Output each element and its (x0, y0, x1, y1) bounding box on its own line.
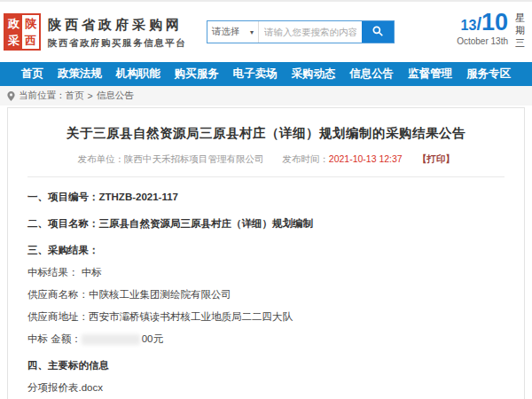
nav-item-4[interactable]: 购买服务 (175, 66, 219, 82)
main-nav: 首页政策法规机构职能购买服务电子卖场采购动态信息公告监督管理服务专区 (0, 62, 532, 86)
chevron-down-icon: ▾ (250, 28, 254, 36)
search-bar: 请选择 ▾ (207, 20, 395, 43)
publish-time: 2021-10-13 12:37 (329, 153, 403, 164)
search-category-label: 请选择 (212, 26, 240, 38)
logo-char: 政 (5, 15, 22, 32)
weekday-char: 三 (515, 36, 525, 49)
breadcrumb-section-link[interactable]: 信息公告 (97, 90, 134, 102)
logo-char: 采 (5, 32, 22, 49)
nav-item-7[interactable]: 信息公告 (349, 66, 394, 82)
site-header: 政 陕 采 西 陕西省政府采购网 陕西省政府购买服务信息平台 请选择 ▾ 13/… (0, 2, 532, 62)
location-pin-icon (7, 91, 15, 101)
search-icon (372, 25, 384, 40)
content-panel: 关于三原县自然资源局三原县村庄（详细）规划编制的采购结果公告 发布单位：陕西中天… (7, 107, 525, 399)
nav-item-3[interactable]: 机构职能 (116, 66, 160, 82)
site-identity: 陕西省政府采购网 陕西省政府购买服务信息平台 (48, 17, 186, 50)
publisher-name: 陕西中天禾招标项目管理有限公司 (124, 153, 264, 164)
amount-suffix: 00元 (142, 333, 163, 344)
breadcrumb-home-link[interactable]: 首页 (66, 90, 84, 102)
detail-line: 供应商名称：中陕核工业集团测绘院有限公司 (27, 287, 505, 301)
breadcrumb: 当前位置： 首页 > 信息公告 (0, 86, 532, 106)
search-category-select[interactable]: 请选择 ▾ (207, 21, 259, 43)
attachment-link[interactable]: 分项报价表.docx (27, 380, 505, 395)
print-button[interactable]: 【打印】 (418, 153, 455, 164)
date-month: 10 (481, 9, 508, 35)
weekday-vertical: 星期三 (515, 12, 525, 49)
article-title: 关于三原县自然资源局三原县村庄（详细）规划编制的采购结果公告 (27, 125, 505, 142)
section-heading: 四、主要标的信息 (27, 358, 505, 372)
breadcrumb-label: 当前位置： (19, 90, 66, 102)
nav-item-1[interactable]: 首页 (21, 66, 43, 82)
divider (27, 176, 505, 177)
breadcrumb-separator: > (88, 90, 93, 101)
date-widget: 13/10 October 13th 星期三 (457, 9, 525, 49)
award-amount-line: 中标 金额：00元 (27, 332, 505, 346)
section-value: ZTHZB-2021-117 (99, 192, 178, 202)
redacted-amount (82, 334, 140, 345)
section-heading: 一、项目编号：ZTHZB-2021-117 (27, 190, 505, 204)
site-logo: 政 陕 采 西 (4, 13, 41, 51)
nav-item-6[interactable]: 采购动态 (291, 66, 335, 82)
site-title: 陕西省政府采购网 (48, 17, 186, 34)
weekday-char: 期 (515, 24, 525, 36)
date-day: 13 (461, 18, 477, 33)
nav-item-2[interactable]: 政策法规 (58, 66, 102, 82)
section-value: 三原县自然资源局三原县村庄（详细）规划编制 (99, 218, 314, 229)
nav-item-9[interactable]: 服务专区 (466, 66, 511, 82)
nav-item-5[interactable]: 电子卖场 (233, 66, 278, 82)
section-label: 二、项目名称： (27, 218, 99, 229)
logo-char: 西 (22, 32, 39, 49)
search-button[interactable] (362, 21, 394, 43)
detail-line: 中标结果： 中标 (27, 265, 505, 279)
search-input[interactable] (259, 21, 362, 43)
article-body: 一、项目编号：ZTHZB-2021-117二、项目名称：三原县自然资源局三原县村… (27, 190, 505, 399)
section-label: 一、项目编号： (27, 192, 99, 202)
detail-line: 供应商地址：西安市灞桥镇读书村核工业地质局二二四大队 (27, 309, 505, 324)
publish-time-label: 发布时间： (282, 153, 329, 164)
article-meta: 发布单位：陕西中天禾招标项目管理有限公司 发布时间：2021-10-13 12:… (27, 153, 505, 166)
amount-label: 中标 金额： (27, 333, 82, 344)
logo-char: 陕 (22, 15, 39, 32)
section-heading: 三、采购结果： (27, 243, 505, 257)
section-heading: 二、项目名称：三原县自然资源局三原县村庄（详细）规划编制 (27, 216, 505, 231)
section-label: 四、主要标的信息 (27, 360, 109, 371)
section-label: 三、采购结果： (27, 245, 99, 255)
publisher-label: 发布单位： (77, 153, 124, 164)
date-english: October 13th (457, 36, 508, 46)
site-subtitle: 陕西省政府购买服务信息平台 (48, 37, 186, 50)
nav-item-8[interactable]: 监督管理 (408, 66, 452, 82)
weekday-char: 星 (515, 12, 525, 24)
